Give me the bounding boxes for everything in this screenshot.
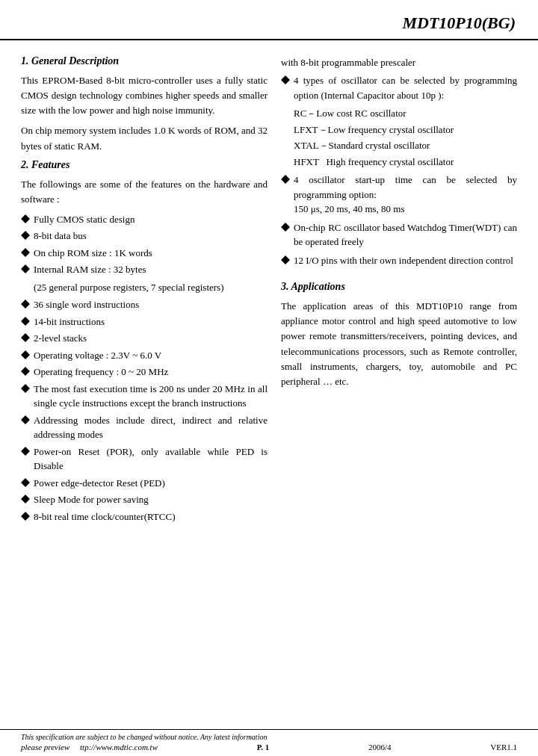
osc-rc: RC－Low cost RC oscillator bbox=[294, 106, 517, 121]
osc-lfxt: LFXT－Low frequency crystal oscillator bbox=[294, 123, 517, 137]
osc-xtal: XTAL－Standard crystal oscillator bbox=[294, 138, 517, 153]
osc-item-2: 4 oscillator start-up time can be select… bbox=[281, 173, 517, 217]
diamond-icon bbox=[21, 232, 30, 241]
diamond-icon bbox=[21, 415, 30, 424]
feature-item-8: Operating voltage : 2.3V ~ 6.0 V bbox=[21, 348, 268, 363]
features-list: Fully CMOS static design 8-bit data bus … bbox=[21, 212, 268, 277]
diamond-icon bbox=[21, 495, 30, 504]
feature-item-7: 2-level stacks bbox=[21, 331, 268, 346]
diamond-icon bbox=[21, 300, 30, 309]
osc-item-2-text: 4 oscillator start-up time can be select… bbox=[294, 174, 517, 200]
osc-item-3-text: On-chip RC oscillator based Watchdog Tim… bbox=[294, 220, 517, 250]
osc-item-1: 4 types of oscillator can be selected by… bbox=[281, 73, 517, 102]
footer-page: P. 1 bbox=[257, 743, 270, 752]
section-applications: 3. Applications The application areas of… bbox=[281, 281, 517, 389]
osc-item-3: On-chip RC oscillator based Watchdog Tim… bbox=[281, 220, 517, 250]
diamond-icon bbox=[21, 265, 30, 274]
diamond-icon bbox=[21, 478, 30, 487]
diamond-icon bbox=[281, 175, 290, 184]
ram-sub: (25 general purpose registers, 7 special… bbox=[34, 280, 268, 295]
feature-item-13: Power edge-detector Reset (PED) bbox=[21, 476, 268, 491]
diamond-icon bbox=[281, 75, 290, 84]
features-intro: The followings are some of the features … bbox=[21, 177, 268, 207]
general-para2: On chip memory system includes 1.0 K wor… bbox=[21, 123, 268, 153]
osc-item-1-text: 4 types of oscillator can be selected by… bbox=[294, 73, 517, 102]
osc-intro: with 8-bit programmable prescaler bbox=[281, 55, 517, 70]
feature-item-3: On chip ROM size : 1K words bbox=[21, 246, 268, 261]
applications-para: The application areas of this MDT10P10 r… bbox=[281, 299, 517, 389]
diamond-icon bbox=[21, 350, 30, 359]
right-column: with 8-bit programmable prescaler 4 type… bbox=[281, 51, 517, 527]
diamond-icon bbox=[281, 255, 290, 264]
page-container: MDT10P10(BG) 1. General Description This… bbox=[0, 0, 538, 756]
diamond-icon bbox=[21, 512, 30, 521]
osc-hfxt: HFXT High frequency crystal oscillator bbox=[294, 155, 517, 170]
page-footer: This specification are subject to be cha… bbox=[0, 729, 538, 756]
footer-notice: This specification are subject to be cha… bbox=[21, 733, 517, 741]
feature-item-12: Power-on Reset (POR), only available whi… bbox=[21, 444, 268, 474]
left-column: 1. General Description This EPROM-Based … bbox=[21, 51, 268, 527]
diamond-icon bbox=[21, 334, 30, 343]
footer-date: 2006/4 bbox=[368, 743, 392, 752]
feature-item-6: 14-bit instructions bbox=[21, 315, 268, 329]
feature-item-1: Fully CMOS static design bbox=[21, 212, 268, 227]
startup-times: 150 μs, 20 ms, 40 ms, 80 ms bbox=[294, 203, 405, 214]
section-applications-title: 3. Applications bbox=[281, 281, 517, 293]
section-features: 2. Features The followings are some of t… bbox=[21, 159, 268, 524]
osc-item-4: 12 I/O pins with their own independent d… bbox=[281, 253, 517, 268]
features-list-2: 36 single word instructions 14-bit instr… bbox=[21, 297, 268, 524]
feature-item-11: Addressing modes include direct, indirec… bbox=[21, 413, 268, 442]
feature-item-5: 36 single word instructions bbox=[21, 297, 268, 312]
feature-item-10: The most fast execution time is 200 ns u… bbox=[21, 382, 268, 411]
osc-item-4-text: 12 I/O pins with their own independent d… bbox=[294, 253, 517, 268]
oscillator-section: with 8-bit programmable prescaler 4 type… bbox=[281, 55, 517, 267]
diamond-icon bbox=[21, 368, 30, 377]
diamond-icon bbox=[21, 317, 30, 326]
document-title: MDT10P10(BG) bbox=[402, 13, 516, 32]
general-para1: This EPROM-Based 8-bit micro-controller … bbox=[21, 73, 268, 118]
footer-preview: please preview ttp://www.mdtic.com.tw bbox=[21, 743, 158, 752]
diamond-icon bbox=[21, 447, 30, 456]
diamond-icon bbox=[281, 223, 290, 232]
section-features-title: 2. Features bbox=[21, 159, 268, 171]
footer-version: VER1.1 bbox=[490, 743, 517, 752]
feature-item-9: Operating frequency : 0 ~ 20 MHz bbox=[21, 365, 268, 379]
feature-item-2: 8-bit data bus bbox=[21, 229, 268, 244]
feature-item-4: Internal RAM size : 32 bytes bbox=[21, 262, 268, 277]
page-header: MDT10P10(BG) bbox=[0, 0, 538, 40]
diamond-icon bbox=[21, 384, 30, 393]
diamond-icon bbox=[21, 248, 30, 257]
main-content: 1. General Description This EPROM-Based … bbox=[0, 40, 538, 527]
feature-item-14: Sleep Mode for power saving bbox=[21, 492, 268, 507]
diamond-icon bbox=[21, 214, 30, 223]
section-general: 1. General Description This EPROM-Based … bbox=[21, 55, 268, 154]
feature-item-15: 8-bit real time clock/counter(RTCC) bbox=[21, 509, 268, 524]
section-general-title: 1. General Description bbox=[21, 55, 268, 67]
footer-bottom: please preview ttp://www.mdtic.com.tw P.… bbox=[21, 743, 517, 752]
